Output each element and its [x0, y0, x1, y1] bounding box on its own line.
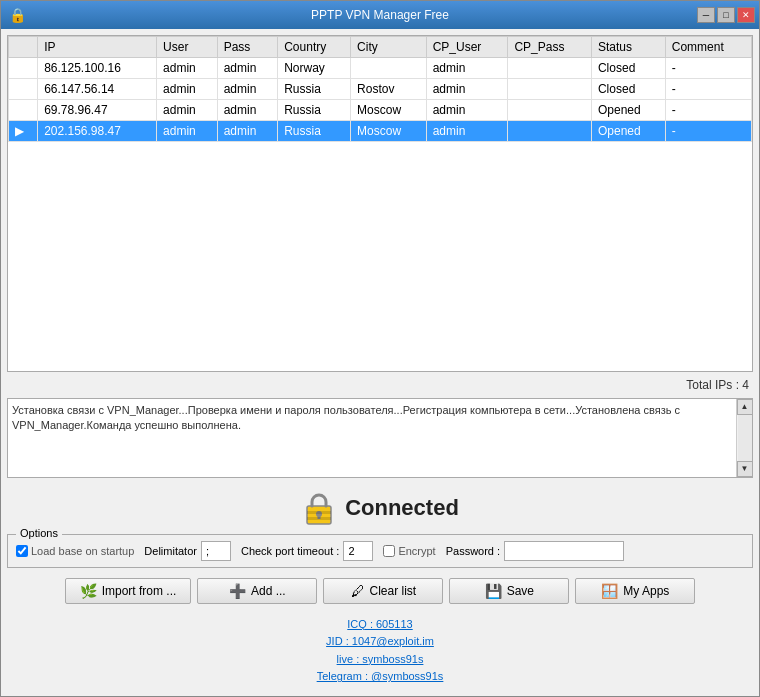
table-cell-1: 202.156.98.47: [38, 121, 157, 142]
log-text: Установка связи с VPN_Manager...Проверка…: [12, 403, 748, 434]
col-cpuser: CP_User: [426, 37, 508, 58]
save-button[interactable]: 💾 Save: [449, 578, 569, 604]
add-icon: ➕: [229, 583, 246, 599]
delimitator-item: Delimitator: [144, 541, 231, 561]
table-cell-1: 66.147.56.14: [38, 79, 157, 100]
apps-icon: 🪟: [601, 583, 618, 599]
apps-button[interactable]: 🪟 My Apps: [575, 578, 695, 604]
encrypt-label: Encrypt: [383, 545, 435, 557]
clear-button[interactable]: 🖊 Clear list: [323, 578, 443, 604]
table-cell-6: admin: [426, 121, 508, 142]
table-cell-5: Rostov: [351, 79, 427, 100]
col-cppass: CP_Pass: [508, 37, 592, 58]
table-cell-4: Russia: [278, 121, 351, 142]
table-cell-6: admin: [426, 79, 508, 100]
apps-label: My Apps: [623, 584, 669, 598]
scroll-down-button[interactable]: ▼: [737, 461, 753, 477]
add-label: Add ...: [251, 584, 286, 598]
delimitator-input[interactable]: [201, 541, 231, 561]
check-port-input[interactable]: [343, 541, 373, 561]
col-pass: Pass: [217, 37, 278, 58]
svg-rect-3: [307, 511, 331, 514]
clear-label: Clear list: [370, 584, 417, 598]
table-cell-3: admin: [217, 121, 278, 142]
table-cell-9: -: [665, 79, 751, 100]
vpn-table-container: IP User Pass Country City CP_User CP_Pas…: [7, 35, 753, 372]
title-bar: 🔒 PPTP VPN Manager Free ─ □ ✕: [1, 1, 759, 29]
table-row[interactable]: 66.147.56.14adminadminRussiaRostovadminC…: [9, 79, 752, 100]
table-header-row: IP User Pass Country City CP_User CP_Pas…: [9, 37, 752, 58]
total-ips: Total IPs : 4: [7, 376, 753, 394]
app-icon: 🔒: [9, 7, 26, 23]
table-body: 86.125.100.16adminadminNorwayadminClosed…: [9, 58, 752, 142]
table-cell-7: [508, 79, 592, 100]
window-controls: ─ □ ✕: [697, 7, 755, 23]
telegram-link[interactable]: Telegram : @symboss91s: [7, 668, 753, 686]
table-cell-4: Russia: [278, 79, 351, 100]
log-scrollbar: ▲ ▼: [736, 399, 752, 477]
col-comment: Comment: [665, 37, 751, 58]
maximize-button[interactable]: □: [717, 7, 735, 23]
table-cell-8: Closed: [591, 79, 665, 100]
options-row: Load base on startup Delimitator Check p…: [16, 539, 744, 563]
table-cell-3: admin: [217, 58, 278, 79]
table-cell-1: 69.78.96.47: [38, 100, 157, 121]
load-base-checkbox[interactable]: [16, 545, 28, 557]
table-cell-3: admin: [217, 79, 278, 100]
window-title: PPTP VPN Manager Free: [311, 8, 449, 22]
connected-label: Connected: [345, 495, 459, 521]
table-cell-2: admin: [157, 100, 218, 121]
options-group-label: Options: [16, 527, 62, 539]
encrypt-checkbox[interactable]: [383, 545, 395, 557]
jid-link[interactable]: JID : 1047@exploit.im: [7, 633, 753, 651]
password-input[interactable]: [504, 541, 624, 561]
password-item: Password :: [446, 541, 624, 561]
col-arrow: [9, 37, 38, 58]
col-user: User: [157, 37, 218, 58]
svg-rect-4: [307, 517, 331, 520]
connected-area: Connected: [7, 482, 753, 530]
import-button[interactable]: 🌿 Import from ...: [65, 578, 192, 604]
table-cell-9: -: [665, 100, 751, 121]
table-cell-8: Opened: [591, 121, 665, 142]
table-cell-5: [351, 58, 427, 79]
vpn-table: IP User Pass Country City CP_User CP_Pas…: [8, 36, 752, 142]
close-button[interactable]: ✕: [737, 7, 755, 23]
col-city: City: [351, 37, 427, 58]
col-country: Country: [278, 37, 351, 58]
live-link[interactable]: live : symboss91s: [7, 651, 753, 669]
buttons-row: 🌿 Import from ... ➕ Add ... 🖊 Clear list…: [7, 576, 753, 606]
table-cell-8: Opened: [591, 100, 665, 121]
table-cell-4: Russia: [278, 100, 351, 121]
table-cell-8: Closed: [591, 58, 665, 79]
clear-icon: 🖊: [351, 583, 365, 599]
table-cell-7: [508, 58, 592, 79]
footer-links: ICQ : 605113 JID : 1047@exploit.im live …: [7, 610, 753, 690]
table-row[interactable]: ▶202.156.98.47adminadminRussiaMoscowadmi…: [9, 121, 752, 142]
minimize-button[interactable]: ─: [697, 7, 715, 23]
table-cell-0: [9, 100, 38, 121]
table-row[interactable]: 86.125.100.16adminadminNorwayadminClosed…: [9, 58, 752, 79]
import-label: Import from ...: [102, 584, 177, 598]
table-cell-3: admin: [217, 100, 278, 121]
table-cell-2: admin: [157, 121, 218, 142]
icq-link[interactable]: ICQ : 605113: [7, 616, 753, 634]
scroll-up-button[interactable]: ▲: [737, 399, 753, 415]
add-button[interactable]: ➕ Add ...: [197, 578, 317, 604]
table-cell-7: [508, 121, 592, 142]
col-status: Status: [591, 37, 665, 58]
save-label: Save: [507, 584, 534, 598]
table-cell-0: [9, 79, 38, 100]
table-cell-0: [9, 58, 38, 79]
save-icon: 💾: [485, 583, 502, 599]
table-cell-2: admin: [157, 58, 218, 79]
table-cell-4: Norway: [278, 58, 351, 79]
options-group: Options Load base on startup Delimitator…: [7, 534, 753, 568]
table-cell-2: admin: [157, 79, 218, 100]
table-row[interactable]: 69.78.96.47adminadminRussiaMoscowadminOp…: [9, 100, 752, 121]
main-content: IP User Pass Country City CP_User CP_Pas…: [1, 29, 759, 696]
log-area: Установка связи с VPN_Manager...Проверка…: [7, 398, 753, 478]
check-port-item: Check port timeout :: [241, 541, 373, 561]
table-cell-0: ▶: [9, 121, 38, 142]
table-cell-9: -: [665, 121, 751, 142]
